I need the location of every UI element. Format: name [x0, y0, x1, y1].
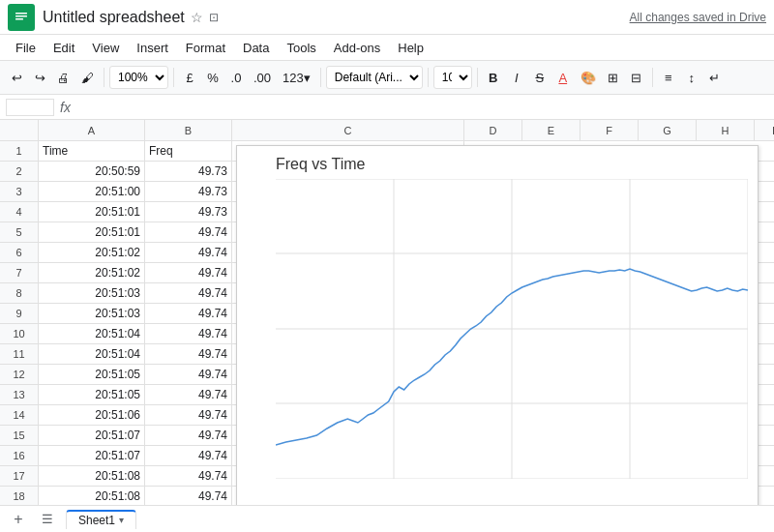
- cell-b16[interactable]: 49.74: [145, 446, 232, 465]
- valign-button[interactable]: ↕: [681, 65, 702, 90]
- cell-a13[interactable]: 20:51:05: [39, 385, 145, 404]
- cell-a4[interactable]: 20:51:01: [39, 202, 145, 222]
- menu-item-file[interactable]: File: [8, 39, 44, 57]
- redo-button[interactable]: ↪: [29, 65, 50, 90]
- cell-b12[interactable]: 49.74: [145, 365, 232, 384]
- cell-b3[interactable]: 49.73: [145, 182, 232, 201]
- cell-b13[interactable]: 49.74: [145, 385, 232, 404]
- col-header-C[interactable]: C: [232, 120, 464, 140]
- save-status: All changes saved in Drive: [630, 11, 766, 24]
- wrap-button[interactable]: ↵: [704, 65, 726, 90]
- cell-a18[interactable]: 20:51:08: [39, 487, 145, 505]
- print-button[interactable]: 🖨: [52, 65, 74, 90]
- row-num-12: 12: [0, 365, 38, 385]
- cell-b11[interactable]: 49.74: [145, 344, 232, 364]
- cell-b10[interactable]: 49.74: [145, 324, 232, 343]
- chart-svg: 50.5 50.25 50 49.75 49.5 20:55:00 21:00:…: [276, 179, 748, 479]
- cell-a14[interactable]: 20:51:06: [39, 405, 145, 425]
- cell-b4[interactable]: 49.73: [145, 202, 232, 222]
- cell-b14[interactable]: 49.74: [145, 405, 232, 425]
- decimal-increase-button[interactable]: .00: [249, 65, 276, 90]
- add-sheet-button[interactable]: +: [8, 509, 29, 530]
- cell-b1[interactable]: Freq: [145, 141, 232, 161]
- cell-a7[interactable]: 20:51:02: [39, 263, 145, 282]
- drive-icon[interactable]: ⊡: [209, 11, 219, 24]
- col-header-E[interactable]: E: [522, 120, 580, 140]
- spreadsheet-title[interactable]: Untitled spreadsheet: [43, 9, 185, 26]
- col-header-G[interactable]: G: [639, 120, 697, 140]
- cell-b6[interactable]: 49.74: [145, 243, 232, 262]
- menu-item-edit[interactable]: Edit: [45, 39, 82, 57]
- cell-a3[interactable]: 20:51:00: [39, 182, 145, 201]
- number-format-button[interactable]: 123▾: [278, 65, 315, 90]
- cell-b8[interactable]: 49.74: [145, 283, 232, 303]
- toolbar: ↩ ↪ 🖨 🖌 100% £ % .0 .00 123▾ Default (Ar…: [0, 60, 774, 95]
- cell-a6[interactable]: 20:51:02: [39, 243, 145, 262]
- cell-a17[interactable]: 20:51:08: [39, 466, 145, 486]
- bold-button[interactable]: B: [483, 65, 504, 90]
- currency-button[interactable]: £: [179, 65, 200, 90]
- text-color-button[interactable]: A: [552, 65, 574, 90]
- cell-b5[interactable]: 49.74: [145, 222, 232, 242]
- menu-item-view[interactable]: View: [84, 39, 127, 57]
- col-header-D[interactable]: D: [464, 120, 522, 140]
- toolbar-divider-4: [428, 68, 429, 87]
- title-bar: Untitled spreadsheet ☆ ⊡ All changes sav…: [0, 0, 774, 35]
- cell-a9[interactable]: 20:51:03: [39, 304, 145, 323]
- star-icon[interactable]: ☆: [191, 10, 203, 25]
- menu-item-add-ons[interactable]: Add-ons: [326, 39, 388, 57]
- cell-b17[interactable]: 49.74: [145, 466, 232, 486]
- menu-item-insert[interactable]: Insert: [129, 39, 176, 57]
- menu-item-format[interactable]: Format: [178, 39, 233, 57]
- bottom-bar: + ☰ Sheet1 ▾: [0, 505, 774, 532]
- percent-button[interactable]: %: [202, 65, 223, 90]
- sheet-tab-arrow: ▾: [119, 515, 124, 525]
- cell-a15[interactable]: 20:51:07: [39, 426, 145, 445]
- svg-rect-2: [15, 15, 27, 17]
- cell-b7[interactable]: 49.74: [145, 263, 232, 282]
- col-header-I[interactable]: I: [755, 120, 774, 140]
- cell-a12[interactable]: 20:51:05: [39, 365, 145, 384]
- cell-b2[interactable]: 49.73: [145, 162, 232, 181]
- chart-container[interactable]: Freq vs Time: [236, 145, 759, 505]
- col-header-B[interactable]: B: [145, 120, 232, 140]
- decimal-decrease-button[interactable]: .0: [225, 65, 247, 90]
- fill-color-button[interactable]: 🎨: [576, 65, 601, 90]
- cell-a2[interactable]: 20:50:59: [39, 162, 145, 181]
- formula-input[interactable]: [76, 100, 768, 114]
- formula-icon: fx: [60, 100, 71, 115]
- menu-item-tools[interactable]: Tools: [279, 39, 323, 57]
- menu-item-help[interactable]: Help: [390, 39, 432, 57]
- sheet-tab-sheet1[interactable]: Sheet1 ▾: [66, 510, 136, 529]
- row-num-17: 17: [0, 466, 38, 487]
- menu-item-data[interactable]: Data: [235, 39, 277, 57]
- col-header-A[interactable]: A: [39, 120, 145, 140]
- col-header-H[interactable]: H: [697, 120, 755, 140]
- sheet-list-button[interactable]: ☰: [37, 509, 58, 530]
- merge-button[interactable]: ⊟: [626, 65, 647, 90]
- cell-reference-input[interactable]: [6, 99, 54, 116]
- toolbar-divider-6: [652, 68, 653, 87]
- row-num-11: 11: [0, 344, 38, 365]
- paint-format-button[interactable]: 🖌: [76, 65, 99, 90]
- toolbar-divider-5: [477, 68, 478, 87]
- cell-b18[interactable]: 49.74: [145, 487, 232, 505]
- font-size-select[interactable]: 10: [433, 66, 472, 89]
- row-num-3: 3: [0, 182, 38, 202]
- italic-button[interactable]: I: [506, 65, 527, 90]
- undo-button[interactable]: ↩: [6, 65, 27, 90]
- cell-a11[interactable]: 20:51:04: [39, 344, 145, 364]
- zoom-select[interactable]: 100%: [109, 66, 168, 89]
- col-header-F[interactable]: F: [580, 120, 639, 140]
- cell-a5[interactable]: 20:51:01: [39, 222, 145, 242]
- cell-a10[interactable]: 20:51:04: [39, 324, 145, 343]
- borders-button[interactable]: ⊞: [603, 65, 624, 90]
- font-family-select[interactable]: Default (Ari...: [326, 66, 423, 89]
- cell-a1[interactable]: Time: [39, 141, 145, 161]
- cell-a16[interactable]: 20:51:07: [39, 446, 145, 465]
- cell-a8[interactable]: 20:51:03: [39, 283, 145, 303]
- cell-b9[interactable]: 49.74: [145, 304, 232, 323]
- strikethrough-button[interactable]: S: [529, 65, 551, 90]
- align-button[interactable]: ≡: [658, 65, 679, 90]
- cell-b15[interactable]: 49.74: [145, 426, 232, 445]
